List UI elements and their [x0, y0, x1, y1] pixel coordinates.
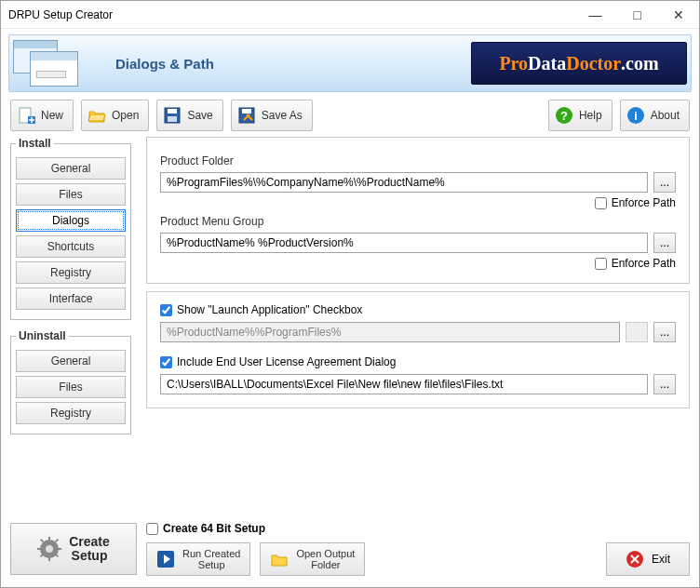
folder-open-icon [88, 106, 106, 125]
sidebar-uninstall-registry[interactable]: Registry [16, 402, 126, 424]
sidebar-install-interface[interactable]: Interface [16, 287, 126, 310]
product-folder-label: Product Folder [160, 154, 676, 167]
product-panel: Product Folder ... Enforce Path Product … [146, 137, 690, 284]
svg-rect-13 [48, 537, 50, 541]
open-button[interactable]: Open [81, 100, 149, 131]
help-button[interactable]: ? Help [548, 100, 612, 131]
save-icon [163, 106, 182, 125]
sidebar-install-files[interactable]: Files [16, 183, 126, 206]
new-file-icon [17, 106, 35, 125]
launch-app-input[interactable] [160, 322, 620, 342]
toolbar: New Open Save Save As ? Help i About [1, 96, 699, 137]
uninstall-title: Uninstall [16, 329, 69, 342]
svg-text:?: ? [560, 109, 568, 123]
include-eula-checkbox[interactable]: Include End User License Agreement Dialo… [160, 355, 676, 368]
uninstall-group: Uninstall General Files Registry [10, 329, 131, 434]
footer: Create Setup Create 64 Bit Setup Run Cre… [1, 516, 699, 587]
help-icon: ? [555, 106, 573, 125]
product-folder-input[interactable] [160, 172, 648, 193]
sidebar-install-shortcuts[interactable]: Shortcuts [16, 235, 126, 258]
info-icon: i [626, 106, 645, 125]
sidebar-uninstall-general[interactable]: General [16, 350, 126, 372]
sidebar-install-dialogs[interactable]: Dialogs [16, 209, 126, 232]
page-title: Dialogs & Path [115, 56, 214, 72]
svg-rect-4 [168, 116, 177, 122]
folder-icon [270, 550, 289, 568]
saveas-button[interactable]: Save As [231, 100, 313, 131]
sidebar: Install General Files Dialogs Shortcuts … [10, 137, 131, 511]
create-setup-button[interactable]: Create Setup [10, 523, 137, 575]
enforce-path-1[interactable]: Enforce Path [595, 196, 676, 209]
exit-button[interactable]: Exit [606, 542, 690, 576]
open-label: Open [112, 109, 139, 122]
svg-rect-3 [168, 109, 177, 114]
eula-browse[interactable]: ... [653, 374, 676, 394]
product-folder-browse[interactable]: ... [653, 172, 676, 193]
new-button[interactable]: New [10, 100, 74, 131]
svg-rect-15 [37, 548, 42, 550]
svg-text:i: i [634, 109, 638, 123]
create-setup-label: Create Setup [69, 535, 110, 564]
saveas-label: Save As [262, 109, 303, 122]
main-panels: Product Folder ... Enforce Path Product … [141, 137, 690, 511]
save-label: Save [187, 109, 212, 122]
maximize-button[interactable]: □ [626, 6, 649, 24]
install-title: Install [16, 137, 54, 150]
product-menu-label: Product Menu Group [160, 215, 676, 228]
close-icon [626, 550, 644, 568]
enforce-path-2[interactable]: Enforce Path [595, 257, 676, 270]
titlebar: DRPU Setup Creator — □ ✕ [1, 1, 699, 29]
product-menu-browse[interactable]: ... [653, 233, 676, 253]
window-controls: — □ ✕ [582, 6, 692, 24]
saveas-icon [237, 106, 256, 125]
open-output-folder-button[interactable]: Open Output Folder [260, 542, 365, 576]
svg-rect-14 [48, 556, 50, 561]
about-button[interactable]: i About [620, 100, 690, 131]
close-button[interactable]: ✕ [666, 6, 692, 24]
play-icon [156, 550, 175, 568]
launch-app-browse[interactable]: ... [653, 322, 676, 342]
svg-point-12 [46, 545, 53, 553]
body: Install General Files Dialogs Shortcuts … [1, 137, 699, 516]
header: Dialogs & Path ProDataDoctor.com [8, 34, 692, 92]
about-label: About [651, 109, 680, 122]
options-panel: Show "Launch Application" Checkbox ... I… [146, 291, 690, 408]
run-created-setup-button[interactable]: Run Created Setup [146, 542, 250, 576]
show-launch-checkbox[interactable]: Show "Launch Application" Checkbox [160, 303, 676, 316]
sidebar-uninstall-files[interactable]: Files [16, 376, 126, 398]
install-group: Install General Files Dialogs Shortcuts … [10, 137, 131, 320]
create-64bit-checkbox[interactable]: Create 64 Bit Setup [146, 522, 690, 535]
brand-logo: ProDataDoctor.com [471, 42, 687, 85]
sidebar-install-registry[interactable]: Registry [16, 261, 126, 284]
launch-app-disabled [626, 322, 648, 342]
sidebar-install-general[interactable]: General [16, 157, 126, 180]
svg-rect-6 [242, 109, 251, 114]
save-button[interactable]: Save [156, 100, 222, 131]
new-label: New [41, 109, 63, 122]
app-window: DRPU Setup Creator — □ ✕ Dialogs & Path … [0, 0, 700, 588]
window-title: DRPU Setup Creator [8, 8, 113, 21]
footer-right: Create 64 Bit Setup Run Created Setup Op… [146, 522, 690, 576]
dialogs-icon [13, 40, 78, 87]
svg-rect-16 [57, 548, 61, 550]
gear-icon [37, 537, 61, 561]
minimize-button[interactable]: — [582, 6, 610, 24]
product-menu-input[interactable] [160, 233, 648, 253]
help-label: Help [579, 109, 602, 122]
eula-path-input[interactable] [160, 374, 648, 394]
